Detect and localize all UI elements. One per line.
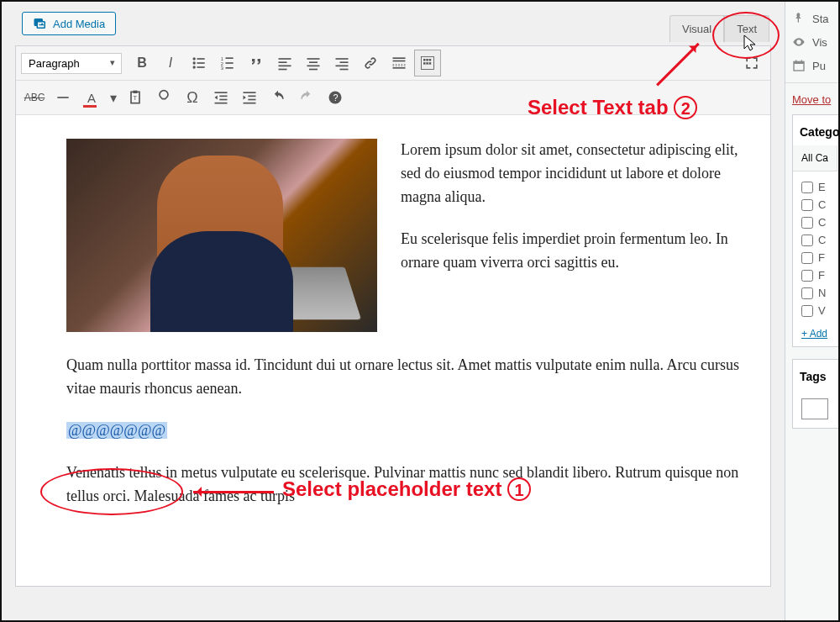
add-media-button[interactable]: Add Media	[22, 12, 116, 35]
category-item[interactable]: E	[801, 178, 834, 196]
editor-toolbar-row-1: Paragraph B I 123	[16, 46, 770, 81]
svg-rect-51	[795, 60, 796, 62]
category-item[interactable]: V	[801, 302, 834, 319]
text-color-button[interactable]: A	[78, 84, 105, 111]
svg-rect-17	[309, 61, 318, 63]
paragraph-1: Lorem ipsum dolor sit amet, consectetur …	[401, 139, 743, 209]
clear-formatting-button[interactable]	[150, 84, 177, 111]
numbered-list-button[interactable]: 123	[214, 50, 241, 76]
svg-rect-26	[393, 65, 406, 66]
tags-input[interactable]	[801, 398, 828, 419]
svg-text:T: T	[134, 94, 138, 102]
svg-rect-30	[426, 59, 428, 61]
paragraph-2: Eu scelerisque felis imperdiet proin fer…	[401, 228, 743, 275]
svg-rect-35	[57, 97, 68, 98]
category-item[interactable]: C	[801, 213, 834, 231]
category-checkbox[interactable]	[801, 182, 813, 193]
svg-rect-40	[219, 96, 227, 98]
svg-point-0	[193, 57, 196, 60]
redo-button[interactable]	[293, 84, 320, 111]
svg-rect-23	[340, 69, 349, 71]
indent-button[interactable]	[236, 84, 263, 111]
content-image[interactable]	[66, 139, 377, 332]
paragraph-3: Quam nulla porttitor massa id. Tincidunt…	[66, 354, 743, 401]
sidebar-status[interactable]: Sta	[792, 7, 840, 30]
editor-content[interactable]: Lorem ipsum dolor sit amet, consectetur …	[16, 115, 770, 586]
readmore-button[interactable]	[386, 50, 412, 76]
strikethrough-button[interactable]: ABC	[21, 84, 48, 111]
placeholder-text[interactable]: @@@@@@@	[66, 422, 167, 439]
svg-rect-46	[244, 103, 256, 104]
color-chevron-button[interactable]: ▾	[107, 84, 120, 111]
svg-rect-21	[340, 61, 349, 63]
blockquote-button[interactable]	[243, 50, 270, 76]
svg-rect-11	[226, 67, 234, 69]
annotation-circle-2	[712, 12, 780, 59]
svg-rect-50	[794, 61, 804, 64]
align-left-button[interactable]	[271, 50, 298, 76]
add-media-label: Add Media	[53, 18, 105, 30]
svg-point-2	[193, 61, 196, 64]
svg-rect-52	[801, 60, 802, 62]
sidebar-publish[interactable]: Pu	[792, 54, 840, 77]
category-list: E C C C F F N V	[793, 171, 839, 323]
svg-rect-19	[309, 69, 318, 71]
category-item[interactable]: N	[801, 284, 834, 302]
add-new-category-link[interactable]: + Add	[793, 323, 839, 340]
bullet-list-button[interactable]	[186, 50, 213, 76]
category-checkbox[interactable]	[801, 217, 813, 229]
annotation-circle-1	[40, 468, 183, 515]
svg-rect-1	[197, 58, 205, 60]
align-right-button[interactable]	[328, 50, 355, 76]
category-checkbox[interactable]	[801, 199, 813, 211]
outdent-button[interactable]	[207, 84, 234, 111]
svg-rect-24	[393, 57, 406, 59]
sidebar: Sta Vis Pu Move to Catego All Ca E C C C…	[785, 2, 840, 620]
category-item[interactable]: F	[801, 249, 834, 266]
category-checkbox[interactable]	[801, 270, 813, 282]
svg-rect-32	[423, 62, 426, 65]
paste-text-button[interactable]: T	[122, 84, 149, 111]
italic-button[interactable]: I	[157, 50, 184, 76]
sidebar-visibility[interactable]: Vis	[792, 30, 840, 54]
svg-rect-39	[215, 92, 228, 93]
link-button[interactable]	[357, 50, 384, 76]
annotation-arrow-1	[193, 491, 274, 493]
category-item[interactable]: F	[801, 266, 834, 284]
help-button[interactable]: ?	[322, 84, 349, 111]
svg-rect-34	[429, 62, 432, 65]
category-item[interactable]: C	[801, 196, 834, 213]
categories-title: Catego	[793, 115, 839, 145]
svg-rect-9	[226, 62, 234, 64]
category-checkbox[interactable]	[801, 287, 813, 299]
svg-rect-41	[219, 99, 227, 101]
svg-rect-31	[429, 59, 432, 61]
category-checkbox[interactable]	[801, 252, 813, 264]
hr-button[interactable]	[50, 84, 76, 111]
eye-icon	[792, 35, 806, 49]
svg-rect-16	[307, 58, 320, 60]
bold-button[interactable]: B	[129, 50, 155, 76]
special-char-button[interactable]: Ω	[179, 84, 206, 111]
pin-icon	[792, 12, 806, 25]
tags-title: Tags	[793, 360, 839, 390]
all-categories-tab[interactable]: All Ca	[793, 145, 837, 171]
calendar-icon	[792, 59, 806, 72]
undo-button[interactable]	[265, 84, 291, 111]
svg-rect-27	[393, 67, 406, 69]
svg-rect-5	[197, 66, 205, 68]
svg-rect-37	[134, 91, 138, 93]
category-item[interactable]: C	[801, 231, 834, 249]
categories-panel: Catego All Ca E C C C F F N V + Add	[792, 114, 840, 347]
svg-rect-22	[336, 66, 349, 67]
svg-rect-29	[423, 59, 426, 61]
category-checkbox[interactable]	[801, 305, 813, 317]
svg-rect-42	[215, 103, 228, 104]
category-checkbox[interactable]	[801, 235, 813, 246]
move-to-trash-link[interactable]: Move to	[785, 83, 840, 114]
format-select[interactable]: Paragraph	[21, 53, 122, 74]
svg-rect-44	[248, 96, 255, 98]
align-center-button[interactable]	[300, 50, 327, 76]
toolbar-toggle-button[interactable]	[414, 50, 441, 76]
svg-rect-33	[426, 62, 428, 65]
